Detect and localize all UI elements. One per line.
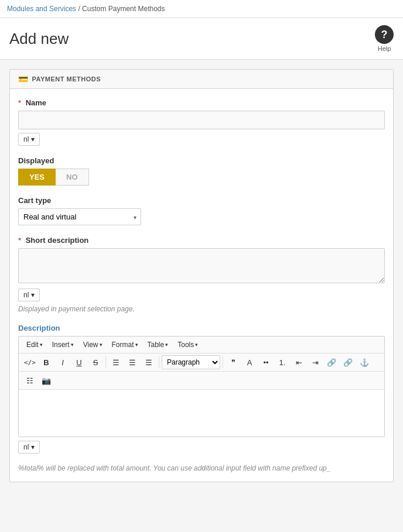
editor-body[interactable] bbox=[19, 390, 384, 437]
toolbar-align-left-button[interactable]: ☰ bbox=[108, 355, 124, 369]
menu-table[interactable]: Table ▾ bbox=[144, 339, 173, 351]
cart-type-select[interactable]: Real and virtual Real Virtual bbox=[18, 208, 141, 225]
breadcrumb-current: Custom Payment Methods bbox=[82, 5, 165, 13]
breadcrumb-separator: / bbox=[78, 5, 80, 13]
short-desc-lang-value: nl bbox=[23, 291, 29, 299]
description-label: Description bbox=[18, 324, 385, 332]
page-title: Add new bbox=[9, 30, 69, 48]
description-editor: Edit ▾ Insert ▾ View ▾ Format bbox=[18, 336, 385, 437]
menu-format-chevron: ▾ bbox=[135, 342, 138, 348]
editor-toolbar-row2: ☷ 📷 bbox=[19, 372, 384, 390]
short-description-helper: Displayed in payment selection page. bbox=[18, 305, 385, 313]
toolbar-separator-3 bbox=[223, 356, 223, 368]
toolbar-indent-button[interactable]: ⇥ bbox=[308, 355, 323, 369]
description-lang-chevron: ▾ bbox=[31, 443, 35, 451]
toolbar-numlist-button[interactable]: 1. bbox=[275, 355, 290, 369]
panel-header: 💳 PAYMENT METHODS bbox=[10, 70, 393, 89]
short-description-field-group: * Short description nl ▾ Displayed in pa… bbox=[18, 236, 385, 313]
name-label: * Name bbox=[18, 98, 385, 107]
description-lang-value: nl bbox=[23, 443, 29, 451]
cart-type-label: Cart type bbox=[18, 196, 385, 205]
menu-insert-chevron: ▾ bbox=[71, 342, 74, 348]
description-lang-selector[interactable]: nl ▾ bbox=[18, 441, 40, 454]
menu-insert[interactable]: Insert ▾ bbox=[48, 339, 78, 351]
help-icon: ? bbox=[375, 25, 394, 44]
toolbar-italic-button[interactable]: I bbox=[55, 355, 70, 369]
short-desc-lang-selector[interactable]: nl ▾ bbox=[18, 289, 40, 301]
toolbar-strikethrough-button[interactable]: S bbox=[88, 355, 103, 369]
help-button[interactable]: ? Help bbox=[375, 25, 394, 52]
short-description-label: * Short description bbox=[18, 236, 385, 245]
short-desc-lang-chevron: ▾ bbox=[31, 291, 35, 299]
toolbar-table-button[interactable]: ☷ bbox=[22, 373, 37, 387]
displayed-field-group: Displayed YES NO bbox=[18, 156, 385, 186]
footnote-text: %total% will be replaced with total amou… bbox=[18, 464, 385, 472]
toolbar-bold-button[interactable]: B bbox=[39, 355, 54, 369]
toolbar-code-button[interactable]: </> bbox=[22, 355, 37, 369]
main-content: 💳 PAYMENT METHODS * Name nl ▾ Displayed bbox=[0, 60, 403, 492]
menu-view-chevron: ▾ bbox=[100, 342, 103, 348]
menu-tools-chevron: ▾ bbox=[195, 342, 198, 348]
toolbar-separator-1 bbox=[105, 356, 106, 368]
editor-menubar: Edit ▾ Insert ▾ View ▾ Format bbox=[19, 337, 384, 353]
toolbar-bullist-button[interactable]: •• bbox=[258, 355, 274, 369]
menu-tools[interactable]: Tools ▾ bbox=[173, 339, 202, 351]
cart-type-select-wrapper: Real and virtual Real Virtual ▾ bbox=[18, 208, 141, 225]
payment-methods-panel: 💳 PAYMENT METHODS * Name nl ▾ Displayed bbox=[9, 69, 394, 482]
description-field-group: Description Edit ▾ Insert ▾ View bbox=[18, 324, 385, 454]
menu-view[interactable]: View ▾ bbox=[79, 339, 107, 351]
name-input[interactable] bbox=[18, 111, 385, 129]
toolbar-align-right-button[interactable]: ☰ bbox=[141, 355, 156, 369]
paragraph-select[interactable]: Paragraph Heading 1 Heading 2 Heading 3 … bbox=[162, 355, 220, 369]
toolbar-charmap-button[interactable]: A bbox=[242, 355, 257, 369]
cart-type-field-group: Cart type Real and virtual Real Virtual … bbox=[18, 196, 385, 225]
panel-title: PAYMENT METHODS bbox=[32, 75, 101, 83]
toolbar-underline-button[interactable]: U bbox=[71, 355, 87, 369]
required-indicator: * bbox=[18, 98, 21, 107]
displayed-label: Displayed bbox=[18, 156, 385, 165]
help-label: Help bbox=[378, 45, 391, 52]
toggle-no-button[interactable]: NO bbox=[56, 169, 89, 186]
page-header: Add new ? Help bbox=[0, 18, 403, 60]
menu-format[interactable]: Format ▾ bbox=[108, 339, 142, 351]
panel-body: * Name nl ▾ Displayed YES NO Cart ty bbox=[10, 89, 393, 482]
displayed-toggle: YES NO bbox=[18, 169, 385, 186]
short-desc-required: * bbox=[18, 236, 21, 245]
toolbar-link-button[interactable]: 🔗 bbox=[324, 355, 339, 369]
name-field-group: * Name nl ▾ bbox=[18, 98, 385, 146]
short-description-input[interactable] bbox=[18, 248, 385, 283]
toolbar-outdent-button[interactable]: ⇤ bbox=[291, 355, 306, 369]
breadcrumb-parent-link[interactable]: Modules and Services bbox=[7, 5, 76, 13]
toggle-yes-button[interactable]: YES bbox=[18, 169, 56, 186]
toolbar-align-center-button[interactable]: ☰ bbox=[125, 355, 140, 369]
breadcrumb: Modules and Services / Custom Payment Me… bbox=[0, 0, 403, 18]
toolbar-unlink-button[interactable]: 🔗 bbox=[340, 355, 356, 369]
menu-table-chevron: ▾ bbox=[165, 342, 168, 348]
menu-edit[interactable]: Edit ▾ bbox=[22, 339, 47, 351]
toolbar-image-button[interactable]: 📷 bbox=[39, 373, 54, 387]
name-lang-selector[interactable]: nl ▾ bbox=[18, 133, 40, 146]
name-lang-value: nl bbox=[23, 135, 29, 143]
name-lang-chevron: ▾ bbox=[31, 135, 35, 143]
toolbar-blockquote-button[interactable]: ❞ bbox=[226, 355, 241, 369]
panel-icon: 💳 bbox=[18, 74, 29, 84]
toolbar-separator-2 bbox=[159, 356, 159, 368]
editor-toolbar-row1: </> B I U S ☰ ☰ ☰ Paragraph Heading 1 bbox=[19, 353, 384, 372]
toolbar-anchor-button[interactable]: ⚓ bbox=[357, 355, 372, 369]
menu-edit-chevron: ▾ bbox=[40, 342, 43, 348]
